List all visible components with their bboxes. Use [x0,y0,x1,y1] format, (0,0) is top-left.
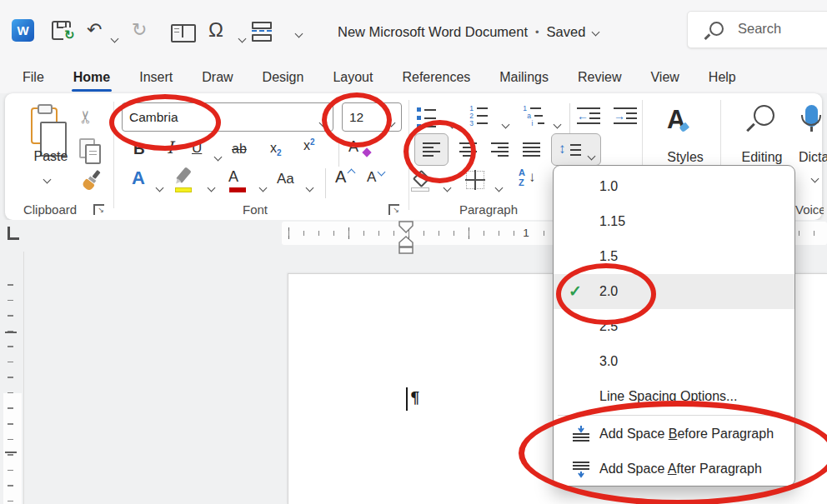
bullets-icon[interactable] [417,107,436,128]
menu-item-add-space-after[interactable]: Add Space After Paragraph [554,452,794,487]
multilevel-dropdown-icon[interactable] [554,116,560,131]
tab-mailings[interactable]: Mailings [498,67,550,92]
superscript-button[interactable]: x2 [303,138,315,152]
highlight-button[interactable] [175,168,200,193]
align-center-button[interactable] [459,142,477,157]
clipboard-dialog-launcher-icon[interactable]: ↘ [93,204,104,215]
menu-item-1-5[interactable]: 1.5 [554,239,794,274]
copy-icon[interactable] [79,138,103,163]
text-cursor [406,387,408,411]
shrink-font-button[interactable]: A [367,170,382,184]
tab-stop-selector[interactable] [8,227,19,240]
bold-button[interactable]: B [133,141,145,157]
symbol-dropdown-icon[interactable] [239,30,245,45]
bullets-dropdown-icon[interactable] [449,116,455,131]
justify-button[interactable] [523,142,540,157]
change-case-button[interactable]: Aa [277,172,294,186]
increase-indent-icon[interactable]: → [614,107,639,127]
indent-markers[interactable] [398,220,414,255]
redo-icon[interactable]: ↻ [132,21,147,39]
dictate-label[interactable]: Dictate [799,150,827,165]
tab-insert[interactable]: Insert [138,67,174,92]
align-left-button[interactable] [414,133,449,166]
underline-button[interactable]: U [192,141,202,155]
save-status[interactable]: Saved [547,24,586,40]
font-name-dropdown-icon[interactable] [320,114,326,129]
underline-dropdown-icon[interactable] [215,148,221,163]
customize-toolbar-icon[interactable] [293,25,304,40]
menu-item-2-0[interactable]: ✓ 2.0 [554,274,794,309]
shading-color-bar [411,187,429,192]
styles-button[interactable]: A [657,103,715,145]
subscript-button[interactable]: x2 [270,142,282,157]
page-break-icon[interactable] [252,22,272,41]
word-logo-icon: W [12,19,34,42]
cut-icon[interactable]: ✂ [77,110,94,125]
highlight-color-bar [175,187,192,192]
line-spacing-button[interactable]: ↕ [551,133,601,166]
numbering-icon[interactable]: 1 2 3 [469,106,488,126]
font-size-dropdown-icon[interactable] [388,114,394,129]
tab-home[interactable]: Home [72,67,112,92]
font-group-label: Font [230,202,280,217]
dictate-dropdown-icon[interactable] [812,170,818,185]
symbol-omega-icon[interactable]: Ω [208,20,223,40]
menu-item-3-0[interactable]: 3.0 [554,344,794,379]
menu-item-line-spacing-options[interactable]: Line Spacing Options... [554,379,794,414]
grow-font-button[interactable]: A [335,168,352,185]
font-size-combobox[interactable]: 12 [342,102,402,132]
title-dropdown-icon[interactable] [592,27,600,36]
paste-button[interactable]: Paste [26,104,78,181]
menu-item-1-15[interactable]: 1.15 [554,204,794,239]
small-divider [569,103,570,133]
tab-view[interactable]: View [649,67,680,92]
tab-layout[interactable]: Layout [331,67,374,92]
menu-item-2-5[interactable]: 2.5 [554,309,794,344]
borders-icon[interactable] [465,170,485,190]
search-box[interactable]: Search [687,11,827,48]
undo-dropdown-icon[interactable] [112,30,118,45]
tab-file[interactable]: File [21,67,46,92]
font-color-button[interactable]: A [228,169,248,194]
format-painter-icon[interactable] [73,163,108,198]
voice-group-label: Voice [795,202,824,217]
numbering-dropdown-icon[interactable] [503,116,509,131]
editing-button[interactable] [729,103,795,145]
change-case-dropdown-icon[interactable] [307,179,313,194]
font-color-dropdown-icon[interactable] [260,179,266,194]
clear-formatting-button[interactable]: A [348,139,375,164]
multilevel-list-icon[interactable]: 1 a i [522,106,544,126]
tab-references[interactable]: References [400,67,472,92]
menu-item-add-space-before[interactable]: Add Space Before Paragraph [554,417,794,452]
font-name-combobox[interactable]: Cambria [122,102,333,132]
paste-clip-icon [38,104,53,114]
italic-button[interactable]: I [167,139,173,156]
menu-item-1-0[interactable]: 1.0 [554,169,794,204]
font-dialog-launcher-icon[interactable]: ↘ [388,204,399,215]
dictate-microphone-icon[interactable] [799,105,827,142]
tab-design[interactable]: Design [261,67,306,92]
text-effects-button[interactable]: A [132,169,145,187]
align-right-button[interactable] [491,142,509,157]
highlight-dropdown-icon[interactable] [208,179,214,194]
text-effects-dropdown-icon[interactable] [157,179,163,194]
shading-dropdown-icon[interactable] [444,179,450,194]
tab-draw[interactable]: Draw [200,67,234,92]
font-color-bar [229,187,246,192]
vertical-ruler-ticks [8,282,13,502]
sort-icon[interactable]: A Z ↓ [519,167,545,194]
undo-icon[interactable]: ↶ [87,21,102,39]
strikethrough-button[interactable]: ab [232,142,247,156]
font-name-value[interactable]: Cambria [129,110,178,125]
vertical-ruler-major-tick [5,452,17,453]
tab-review[interactable]: Review [576,67,623,92]
borders-dropdown-icon[interactable] [496,179,502,194]
tab-help[interactable]: Help [707,67,738,92]
paste-dropdown-icon[interactable] [44,171,50,186]
side-to-side-view-icon[interactable] [171,24,196,42]
font-size-value[interactable]: 12 [349,110,363,125]
shading-button[interactable] [410,170,434,195]
editing-group-label[interactable]: Editing [725,150,799,165]
styles-group-label[interactable]: Styles [650,150,720,165]
decrease-indent-icon[interactable]: ← [577,107,602,127]
